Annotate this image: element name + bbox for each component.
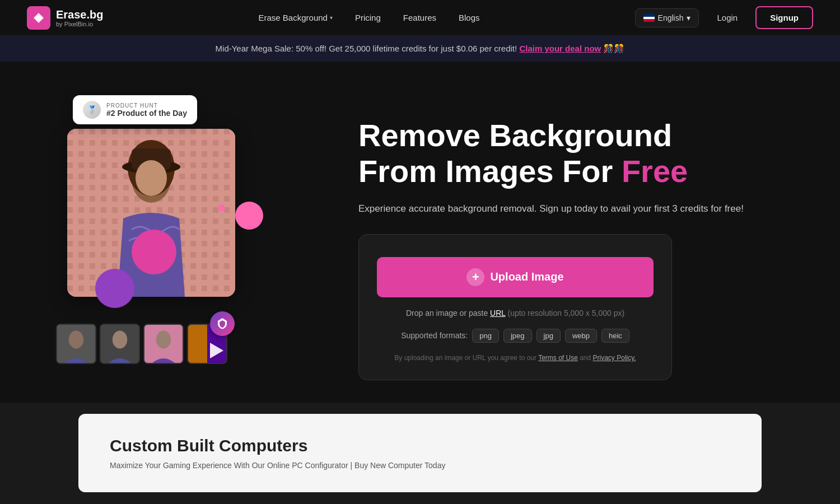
nav-right: English ▾ Login Signup [635, 6, 813, 29]
pixelbin-icon [216, 317, 229, 330]
language-selector[interactable]: English ▾ [635, 8, 699, 27]
language-label: English [658, 13, 684, 22]
svg-point-9 [136, 160, 167, 196]
hero-visual: 🥈 PRODUCT HUNT #2 Product of the Day [45, 95, 336, 375]
formats-row: Supported formats: png jpeg jpg webp hei… [377, 329, 654, 343]
upload-image-button[interactable]: + Upload Image [377, 257, 654, 297]
svg-point-1 [36, 15, 41, 21]
hero-section: 🥈 PRODUCT HUNT #2 Product of the Day [0, 62, 840, 403]
upload-box: + Upload Image Drop an image or paste UR… [358, 234, 672, 380]
banner-cta[interactable]: Claim your deal now [519, 44, 601, 53]
pixelbin-badge [210, 311, 235, 336]
promo-banner: Mid-Year Mega Sale: 50% off! Get 25,000 … [0, 36, 840, 62]
tos-text: By uploading an image or URL you agree t… [377, 354, 654, 362]
format-heic: heic [601, 329, 629, 343]
nav-link-pricing[interactable]: Pricing [346, 8, 390, 27]
svg-point-13 [113, 330, 127, 348]
logo-brand: Erase.bg [56, 8, 103, 21]
url-paste-link[interactable]: URL [490, 309, 506, 318]
logo-text: Erase.bg by PixelBin.io [56, 8, 103, 27]
thumbnail-strip [56, 324, 227, 364]
hero-content: Remove Background From Images For Free E… [358, 95, 795, 380]
svg-point-11 [69, 330, 83, 348]
signup-button[interactable]: Signup [755, 6, 813, 29]
banner-text: Mid-Year Mega Sale: 50% off! Get 25,000 … [216, 44, 517, 53]
upload-btn-label: Upload Image [490, 270, 563, 283]
chevron-down-icon: ▾ [687, 13, 690, 22]
ph-text: PRODUCT HUNT #2 Product of the Day [106, 102, 187, 118]
ad-section: Custom Built Computers Maximize Your Gam… [78, 414, 762, 492]
ad-subtitle: Maximize Your Gaming Experience With Our… [110, 461, 730, 470]
login-button[interactable]: Login [706, 8, 749, 27]
hero-title: Remove Background From Images For Free [358, 118, 795, 190]
thumbnail-1 [56, 324, 96, 364]
banner-emoji: 🎊🎊 [603, 44, 624, 53]
logo-by: by PixelBin.io [56, 21, 103, 27]
ad-wrapper: Custom Built Computers Maximize Your Gam… [0, 403, 840, 504]
format-jpg: jpg [536, 329, 561, 343]
deco-circle-pink [132, 230, 176, 274]
ph-medal-icon: 🥈 [83, 101, 101, 119]
logo[interactable]: Erase.bg by PixelBin.io [27, 6, 103, 30]
format-jpeg: jpeg [503, 329, 532, 343]
nav-links: Erase Background ▾ Pricing Features Blog… [250, 8, 489, 27]
format-webp: webp [565, 329, 597, 343]
ad-title: Custom Built Computers [110, 436, 730, 455]
privacy-policy-link[interactable]: Privacy Policy. [593, 354, 636, 362]
drop-text: Drop an image or paste URL (upto resolut… [377, 309, 654, 318]
deco-circle-purple [95, 269, 134, 308]
logo-icon [27, 6, 50, 30]
chevron-down-icon: ▾ [330, 15, 333, 21]
svg-point-15 [156, 330, 171, 348]
nav-link-erase-bg[interactable]: Erase Background ▾ [250, 8, 342, 27]
format-png: png [472, 329, 499, 343]
flag-icon [643, 14, 655, 22]
navbar: Erase.bg by PixelBin.io Erase Background… [0, 0, 840, 36]
nav-link-blogs[interactable]: Blogs [450, 8, 489, 27]
formats-label: Supported formats: [401, 331, 468, 340]
play-cursor-icon [210, 343, 226, 358]
svg-rect-17 [188, 325, 207, 363]
thumbnail-2 [100, 324, 140, 364]
deco-dot-pink [218, 204, 225, 211]
nav-link-features[interactable]: Features [394, 8, 445, 27]
product-hunt-badge: 🥈 PRODUCT HUNT #2 Product of the Day [73, 95, 197, 124]
hero-subtitle: Experience accurate background removal. … [358, 201, 795, 216]
terms-of-use-link[interactable]: Terms of Use [538, 354, 578, 362]
plus-circle-icon: + [466, 268, 484, 286]
thumbnail-3 [143, 324, 184, 364]
deco-circle-pink2 [235, 202, 263, 230]
